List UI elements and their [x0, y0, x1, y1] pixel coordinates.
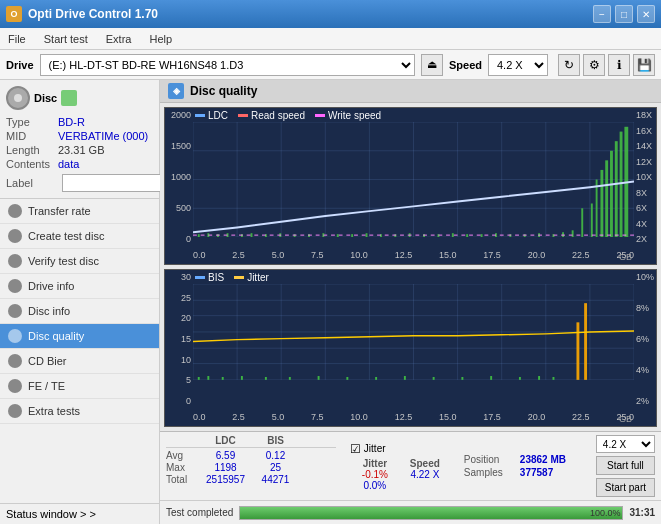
menu-bar: File Start test Extra Help — [0, 28, 661, 50]
chart-bottom-svg — [193, 284, 634, 380]
svg-rect-16 — [198, 234, 200, 237]
close-button[interactable]: ✕ — [637, 5, 655, 23]
svg-rect-72 — [198, 377, 200, 380]
nav-label-verify-test-disc: Verify test disc — [28, 255, 99, 267]
drive-label: Drive — [6, 59, 34, 71]
speed-avg: 4.22 X — [400, 469, 450, 480]
svg-rect-52 — [620, 132, 623, 237]
position-val: 23862 MB — [520, 454, 566, 465]
drive-select[interactable]: (E:) HL-DT-ST BD-RE WH16NS48 1.D3 — [40, 54, 415, 76]
legend-write: Write speed — [315, 110, 381, 121]
status-window-label: Status window > > — [6, 508, 96, 520]
menu-extra[interactable]: Extra — [102, 31, 136, 47]
app-title: Opti Drive Control 1.70 — [28, 7, 158, 21]
disc-type-key: Type — [6, 116, 58, 128]
legend-jitter: Jitter — [234, 272, 269, 283]
disc-length-key: Length — [6, 144, 58, 156]
col-bis: BIS — [253, 435, 298, 446]
sidebar-item-cd-bier[interactable]: CD Bier — [0, 349, 159, 374]
sidebar-item-extra-tests[interactable]: Extra tests — [0, 399, 159, 424]
svg-rect-83 — [461, 377, 463, 380]
nav-label-disc-info: Disc info — [28, 305, 70, 317]
max-ldc: 1198 — [198, 462, 253, 473]
disc-quality-icon — [8, 329, 22, 343]
speed-select[interactable]: 4.2 X — [488, 54, 548, 76]
svg-rect-45 — [581, 208, 583, 237]
svg-rect-82 — [433, 377, 435, 380]
right-stats: Position 23862 MB Samples 377587 — [464, 435, 584, 497]
jitter-checkbox[interactable]: ☑ — [350, 442, 361, 456]
app-icon: O — [6, 6, 22, 22]
refresh-icon[interactable]: ↻ — [558, 54, 580, 76]
stats-max-row: Max 1198 25 — [166, 462, 336, 473]
eject-button[interactable]: ⏏ — [421, 54, 443, 76]
svg-rect-87 — [553, 377, 555, 380]
drive-info-icon — [8, 279, 22, 293]
menu-file[interactable]: File — [4, 31, 30, 47]
status-window-bar[interactable]: Status window > > — [0, 503, 159, 524]
svg-rect-73 — [207, 376, 209, 380]
save-icon[interactable]: 💾 — [633, 54, 655, 76]
start-full-button[interactable]: Start full — [596, 456, 655, 475]
jitter-header: Jitter Speed — [350, 458, 450, 469]
nav-items: Transfer rate Create test disc Verify te… — [0, 199, 159, 503]
progress-percent: 100.0% — [590, 507, 621, 519]
sidebar-item-disc-quality[interactable]: Disc quality — [0, 324, 159, 349]
transfer-rate-icon — [8, 204, 22, 218]
sidebar-item-create-test-disc[interactable]: Create test disc — [0, 224, 159, 249]
chart-top-x-axis: 0.02.55.07.510.012.515.017.520.022.525.0 — [193, 246, 634, 264]
nav-label-drive-info: Drive info — [28, 280, 74, 292]
cd-bier-icon — [8, 354, 22, 368]
disc-contents-val: data — [58, 158, 79, 170]
sidebar-item-disc-info[interactable]: Disc info — [0, 299, 159, 324]
legend-ldc: LDC — [195, 110, 228, 121]
nav-label-disc-quality: Disc quality — [28, 330, 84, 342]
time-label: 31:31 — [629, 507, 655, 518]
sidebar-item-verify-test-disc[interactable]: Verify test disc — [0, 249, 159, 274]
stats-avg-row: Avg 6.59 0.12 — [166, 450, 336, 461]
max-bis: 25 — [253, 462, 298, 473]
menu-start-test[interactable]: Start test — [40, 31, 92, 47]
stats-header: LDC BIS — [166, 435, 336, 448]
jitter-max: 0.0% — [350, 480, 400, 491]
svg-rect-37 — [481, 234, 483, 237]
legend-bis-label: BIS — [208, 272, 224, 283]
chart-top-y-left: 2000150010005000 — [165, 108, 193, 244]
jitter-label: Jitter — [364, 443, 386, 454]
toolbar-icons: ↻ ⚙ ℹ 💾 — [558, 54, 655, 76]
svg-rect-74 — [222, 377, 224, 380]
nav-label-extra-tests: Extra tests — [28, 405, 80, 417]
jitter-section: ☑ Jitter Jitter Speed -0.1% 4.22 X 0.0% — [342, 435, 458, 497]
disc-mid-val: VERBATIMe (000) — [58, 130, 148, 142]
speed-dropdown[interactable]: 4.2 X — [596, 435, 655, 453]
chart-bottom-legend: BIS Jitter — [195, 272, 269, 283]
start-part-button[interactable]: Start part — [596, 478, 655, 497]
position-label: Position — [464, 454, 516, 465]
total-bis: 44271 — [253, 474, 298, 485]
chart-bottom: BIS Jitter 302520151050 10%8%6%4%2% — [164, 269, 657, 427]
sidebar-item-fe-te[interactable]: FE / TE — [0, 374, 159, 399]
svg-rect-86 — [538, 376, 540, 380]
sidebar-item-transfer-rate[interactable]: Transfer rate — [0, 199, 159, 224]
maximize-button[interactable]: □ — [615, 5, 633, 23]
minimize-button[interactable]: − — [593, 5, 611, 23]
svg-rect-85 — [519, 377, 521, 380]
svg-rect-75 — [241, 376, 243, 380]
nav-label-fe-te: FE / TE — [28, 380, 65, 392]
progress-label: Test completed — [166, 507, 233, 518]
disc-badge — [61, 90, 77, 106]
menu-help[interactable]: Help — [145, 31, 176, 47]
samples-val: 377587 — [520, 467, 553, 478]
disc-mid-row: MID VERBATIMe (000) — [6, 130, 153, 142]
progress-area: Test completed 100.0% 31:31 — [160, 500, 661, 524]
jitter-max-row: 0.0% — [350, 480, 450, 491]
svg-rect-36 — [466, 234, 468, 237]
total-label: Total — [166, 474, 198, 485]
progress-bar: 100.0% — [239, 506, 623, 520]
disc-mid-key: MID — [6, 130, 58, 142]
sidebar-item-drive-info[interactable]: Drive info — [0, 274, 159, 299]
legend-read-label: Read speed — [251, 110, 305, 121]
info-icon[interactable]: ℹ — [608, 54, 630, 76]
disc-quality-header: ◈ Disc quality — [160, 80, 661, 103]
config-icon[interactable]: ⚙ — [583, 54, 605, 76]
